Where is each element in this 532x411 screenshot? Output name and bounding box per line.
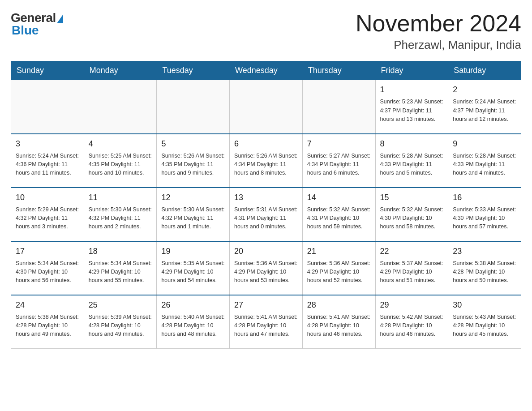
day-number: 2 bbox=[453, 84, 516, 96]
day-number: 4 bbox=[89, 138, 152, 150]
day-number: 27 bbox=[234, 299, 298, 311]
day-info: Sunrise: 5:30 AM Sunset: 4:32 PM Dayligh… bbox=[161, 206, 225, 231]
day-number: 23 bbox=[453, 245, 516, 257]
day-number: 26 bbox=[161, 299, 225, 311]
day-info: Sunrise: 5:24 AM Sunset: 4:37 PM Dayligh… bbox=[453, 98, 516, 124]
day-number: 24 bbox=[16, 299, 79, 311]
day-info: Sunrise: 5:38 AM Sunset: 4:28 PM Dayligh… bbox=[16, 313, 79, 339]
day-number: 15 bbox=[380, 192, 444, 204]
logo-triangle-icon bbox=[57, 14, 63, 23]
day-info: Sunrise: 5:38 AM Sunset: 4:28 PM Dayligh… bbox=[453, 259, 516, 285]
day-info: Sunrise: 5:33 AM Sunset: 4:30 PM Dayligh… bbox=[453, 206, 516, 231]
calendar-cell: 26Sunrise: 5:40 AM Sunset: 4:28 PM Dayli… bbox=[157, 295, 230, 349]
day-number: 1 bbox=[380, 84, 444, 96]
day-info: Sunrise: 5:34 AM Sunset: 4:30 PM Dayligh… bbox=[16, 259, 79, 285]
day-number: 6 bbox=[234, 138, 298, 150]
calendar-cell: 25Sunrise: 5:39 AM Sunset: 4:28 PM Dayli… bbox=[84, 295, 157, 349]
day-number: 18 bbox=[89, 245, 152, 257]
calendar-cell: 7Sunrise: 5:27 AM Sunset: 4:34 PM Daylig… bbox=[302, 134, 375, 188]
header-thursday: Thursday bbox=[302, 61, 375, 80]
header-friday: Friday bbox=[375, 61, 448, 80]
header-tuesday: Tuesday bbox=[157, 61, 230, 80]
calendar-cell bbox=[157, 80, 230, 134]
week-row-3: 10Sunrise: 5:29 AM Sunset: 4:32 PM Dayli… bbox=[11, 188, 521, 241]
calendar-cell bbox=[230, 80, 303, 134]
calendar-cell: 23Sunrise: 5:38 AM Sunset: 4:28 PM Dayli… bbox=[448, 241, 521, 295]
day-number: 19 bbox=[161, 245, 225, 257]
day-info: Sunrise: 5:23 AM Sunset: 4:37 PM Dayligh… bbox=[380, 98, 444, 124]
day-info: Sunrise: 5:24 AM Sunset: 4:36 PM Dayligh… bbox=[16, 152, 79, 178]
day-info: Sunrise: 5:41 AM Sunset: 4:28 PM Dayligh… bbox=[234, 313, 298, 339]
calendar-cell bbox=[302, 80, 375, 134]
day-number: 9 bbox=[453, 138, 516, 150]
calendar-cell: 14Sunrise: 5:32 AM Sunset: 4:31 PM Dayli… bbox=[302, 188, 375, 241]
page-header: General Blue November 2024 Pherzawl, Man… bbox=[11, 11, 521, 52]
day-info: Sunrise: 5:28 AM Sunset: 4:33 PM Dayligh… bbox=[453, 152, 516, 178]
calendar-cell: 6Sunrise: 5:26 AM Sunset: 4:34 PM Daylig… bbox=[230, 134, 303, 188]
week-row-1: 1Sunrise: 5:23 AM Sunset: 4:37 PM Daylig… bbox=[11, 80, 521, 134]
header-sunday: Sunday bbox=[11, 61, 84, 80]
day-number: 14 bbox=[307, 192, 371, 204]
day-number: 17 bbox=[16, 245, 79, 257]
calendar-cell: 28Sunrise: 5:41 AM Sunset: 4:28 PM Dayli… bbox=[302, 295, 375, 349]
day-number: 20 bbox=[234, 245, 298, 257]
day-info: Sunrise: 5:40 AM Sunset: 4:28 PM Dayligh… bbox=[161, 313, 225, 339]
calendar-cell: 10Sunrise: 5:29 AM Sunset: 4:32 PM Dayli… bbox=[11, 188, 84, 241]
calendar-cell: 19Sunrise: 5:35 AM Sunset: 4:29 PM Dayli… bbox=[157, 241, 230, 295]
week-row-4: 17Sunrise: 5:34 AM Sunset: 4:30 PM Dayli… bbox=[11, 241, 521, 295]
calendar-cell: 16Sunrise: 5:33 AM Sunset: 4:30 PM Dayli… bbox=[448, 188, 521, 241]
day-info: Sunrise: 5:39 AM Sunset: 4:28 PM Dayligh… bbox=[89, 313, 152, 339]
day-info: Sunrise: 5:37 AM Sunset: 4:29 PM Dayligh… bbox=[380, 259, 444, 285]
day-info: Sunrise: 5:26 AM Sunset: 4:35 PM Dayligh… bbox=[161, 152, 225, 178]
header-wednesday: Wednesday bbox=[230, 61, 303, 80]
day-info: Sunrise: 5:31 AM Sunset: 4:31 PM Dayligh… bbox=[234, 206, 298, 231]
header-saturday: Saturday bbox=[448, 61, 521, 80]
title-section: November 2024 Pherzawl, Manipur, India bbox=[356, 11, 521, 52]
calendar-header-row: SundayMondayTuesdayWednesdayThursdayFrid… bbox=[11, 61, 521, 80]
calendar-cell: 15Sunrise: 5:32 AM Sunset: 4:30 PM Dayli… bbox=[375, 188, 448, 241]
day-info: Sunrise: 5:34 AM Sunset: 4:29 PM Dayligh… bbox=[89, 259, 152, 285]
day-number: 5 bbox=[161, 138, 225, 150]
day-info: Sunrise: 5:43 AM Sunset: 4:28 PM Dayligh… bbox=[453, 313, 516, 339]
calendar-cell: 4Sunrise: 5:25 AM Sunset: 4:35 PM Daylig… bbox=[84, 134, 157, 188]
calendar-cell: 22Sunrise: 5:37 AM Sunset: 4:29 PM Dayli… bbox=[375, 241, 448, 295]
day-number: 11 bbox=[89, 192, 152, 204]
calendar-table: SundayMondayTuesdayWednesdayThursdayFrid… bbox=[11, 61, 521, 349]
logo: General Blue bbox=[11, 11, 63, 38]
day-info: Sunrise: 5:41 AM Sunset: 4:28 PM Dayligh… bbox=[307, 313, 371, 339]
day-info: Sunrise: 5:42 AM Sunset: 4:28 PM Dayligh… bbox=[380, 313, 444, 339]
logo-text-blue: Blue bbox=[11, 23, 39, 38]
calendar-cell: 5Sunrise: 5:26 AM Sunset: 4:35 PM Daylig… bbox=[157, 134, 230, 188]
day-info: Sunrise: 5:29 AM Sunset: 4:32 PM Dayligh… bbox=[16, 206, 79, 231]
week-row-5: 24Sunrise: 5:38 AM Sunset: 4:28 PM Dayli… bbox=[11, 295, 521, 349]
day-number: 7 bbox=[307, 138, 371, 150]
calendar-cell: 27Sunrise: 5:41 AM Sunset: 4:28 PM Dayli… bbox=[230, 295, 303, 349]
day-info: Sunrise: 5:36 AM Sunset: 4:29 PM Dayligh… bbox=[307, 259, 371, 285]
day-number: 28 bbox=[307, 299, 371, 311]
day-info: Sunrise: 5:28 AM Sunset: 4:33 PM Dayligh… bbox=[380, 152, 444, 178]
day-info: Sunrise: 5:30 AM Sunset: 4:32 PM Dayligh… bbox=[89, 206, 152, 231]
calendar-cell: 9Sunrise: 5:28 AM Sunset: 4:33 PM Daylig… bbox=[448, 134, 521, 188]
calendar-cell: 12Sunrise: 5:30 AM Sunset: 4:32 PM Dayli… bbox=[157, 188, 230, 241]
calendar-cell: 17Sunrise: 5:34 AM Sunset: 4:30 PM Dayli… bbox=[11, 241, 84, 295]
calendar-cell: 1Sunrise: 5:23 AM Sunset: 4:37 PM Daylig… bbox=[375, 80, 448, 134]
calendar-cell: 20Sunrise: 5:36 AM Sunset: 4:29 PM Dayli… bbox=[230, 241, 303, 295]
calendar-cell: 2Sunrise: 5:24 AM Sunset: 4:37 PM Daylig… bbox=[448, 80, 521, 134]
day-number: 22 bbox=[380, 245, 444, 257]
day-number: 3 bbox=[16, 138, 79, 150]
day-info: Sunrise: 5:35 AM Sunset: 4:29 PM Dayligh… bbox=[161, 259, 225, 285]
day-info: Sunrise: 5:32 AM Sunset: 4:30 PM Dayligh… bbox=[380, 206, 444, 231]
calendar-cell: 21Sunrise: 5:36 AM Sunset: 4:29 PM Dayli… bbox=[302, 241, 375, 295]
day-number: 21 bbox=[307, 245, 371, 257]
calendar-cell: 24Sunrise: 5:38 AM Sunset: 4:28 PM Dayli… bbox=[11, 295, 84, 349]
day-info: Sunrise: 5:26 AM Sunset: 4:34 PM Dayligh… bbox=[234, 152, 298, 178]
day-info: Sunrise: 5:36 AM Sunset: 4:29 PM Dayligh… bbox=[234, 259, 298, 285]
day-number: 13 bbox=[234, 192, 298, 204]
day-number: 29 bbox=[380, 299, 444, 311]
location-title: Pherzawl, Manipur, India bbox=[356, 38, 521, 52]
week-row-2: 3Sunrise: 5:24 AM Sunset: 4:36 PM Daylig… bbox=[11, 134, 521, 188]
header-monday: Monday bbox=[84, 61, 157, 80]
calendar-cell: 8Sunrise: 5:28 AM Sunset: 4:33 PM Daylig… bbox=[375, 134, 448, 188]
day-number: 30 bbox=[453, 299, 516, 311]
day-number: 25 bbox=[89, 299, 152, 311]
